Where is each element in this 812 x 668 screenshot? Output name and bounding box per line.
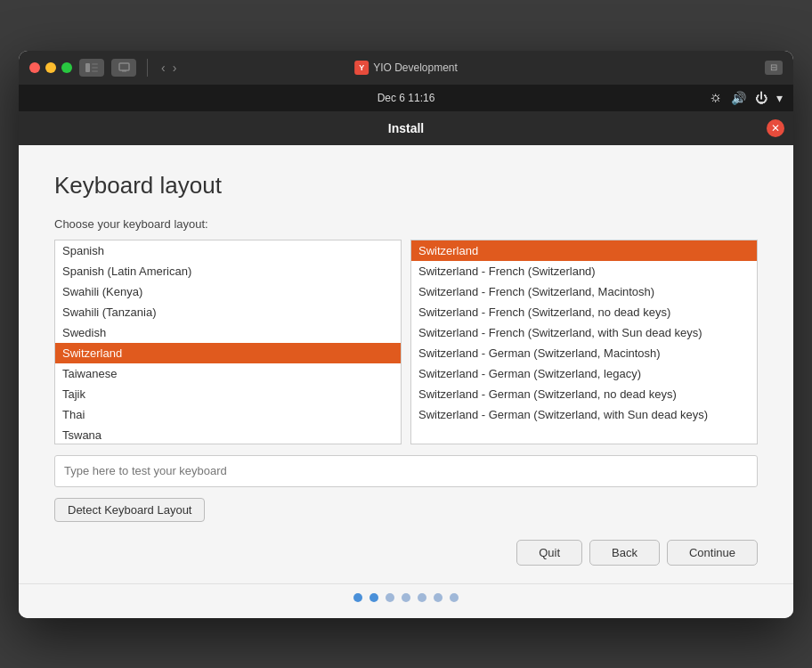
- screen-button[interactable]: [111, 59, 136, 77]
- list-item[interactable]: Swahili (Tanzania): [55, 302, 401, 322]
- list-item[interactable]: Tswana: [55, 425, 401, 444]
- quit-button[interactable]: Quit: [516, 540, 582, 566]
- svg-rect-5: [122, 70, 126, 72]
- app-icon: Y: [354, 61, 369, 75]
- variant-item[interactable]: Switzerland - German (Switzerland, legac…: [411, 363, 757, 384]
- list-item[interactable]: Swahili (Kenya): [55, 281, 401, 302]
- datetime-display: Dec 6 11:16: [378, 92, 435, 104]
- titlebar: ‹ › Y YIO Development ⊟: [19, 51, 793, 85]
- variant-list[interactable]: Switzerland Switzerland - French (Switze…: [410, 240, 758, 444]
- install-title: Install: [388, 121, 424, 135]
- variant-item[interactable]: Switzerland - French (Switzerland, no de…: [411, 302, 757, 322]
- list-item[interactable]: Thai: [55, 404, 401, 425]
- maximize-button[interactable]: [61, 62, 72, 73]
- list-item[interactable]: Spanish: [55, 240, 401, 261]
- pagination-dot-1: [353, 593, 362, 602]
- main-content: Keyboard layout Choose your keyboard lay…: [19, 145, 793, 583]
- list-item-selected[interactable]: Switzerland: [55, 343, 401, 363]
- network-icon: ⛭: [710, 91, 722, 105]
- power-icon: ⏻: [755, 91, 767, 105]
- page-title: Keyboard layout: [54, 172, 758, 200]
- svg-rect-0: [85, 63, 90, 72]
- sidebar-toggle-button[interactable]: [79, 59, 104, 77]
- variant-item[interactable]: Switzerland - French (Switzerland, Macin…: [411, 281, 757, 302]
- choose-label: Choose your keyboard layout:: [54, 217, 758, 231]
- pagination-dot-3: [386, 593, 394, 602]
- main-window: ‹ › Y YIO Development ⊟ Dec 6 11:16 ⛭ 🔊 …: [19, 51, 793, 618]
- close-button[interactable]: [29, 62, 40, 73]
- list-item[interactable]: Tajik: [55, 384, 401, 404]
- back-button[interactable]: Back: [589, 540, 660, 566]
- pagination-dot-5: [418, 593, 426, 602]
- svg-rect-4: [119, 63, 129, 70]
- volume-icon: 🔊: [731, 91, 746, 105]
- minimize-button[interactable]: [45, 62, 56, 73]
- variant-item[interactable]: Switzerland - French (Switzerland, with …: [411, 322, 757, 343]
- keyboard-test-input[interactable]: [54, 455, 758, 487]
- install-close-button[interactable]: ✕: [767, 119, 784, 137]
- variant-item[interactable]: Switzerland - French (Switzerland): [411, 261, 757, 281]
- pagination-dot-2: [369, 593, 378, 602]
- forward-nav-button[interactable]: ›: [170, 61, 180, 75]
- menu-arrow-icon: ▾: [776, 91, 783, 105]
- system-bar: Dec 6 11:16 ⛭ 🔊 ⏻ ▾: [19, 85, 793, 111]
- language-list[interactable]: Spanish Spanish (Latin American) Swahili…: [54, 240, 402, 444]
- svg-rect-3: [92, 70, 98, 72]
- svg-rect-2: [92, 67, 98, 69]
- footer-buttons: Quit Back Continue: [54, 540, 758, 566]
- pagination-dot-7: [450, 593, 459, 602]
- window-title: Y YIO Development: [354, 61, 458, 75]
- variant-item[interactable]: Switzerland - German (Switzerland, no de…: [411, 384, 757, 404]
- variant-item[interactable]: Switzerland - German (Switzerland, with …: [411, 404, 757, 425]
- system-tray: ⛭ 🔊 ⏻ ▾: [710, 91, 783, 105]
- keyboard-lists: Spanish Spanish (Latin American) Swahili…: [54, 240, 758, 444]
- toolbar-separator: [147, 59, 148, 77]
- detect-keyboard-button[interactable]: Detect Keyboard Layout: [54, 498, 205, 522]
- variant-item[interactable]: Switzerland - German (Switzerland, Macin…: [411, 343, 757, 363]
- continue-button[interactable]: Continue: [667, 540, 758, 566]
- install-header: Install ✕: [19, 111, 793, 145]
- pagination-dot-4: [402, 593, 410, 602]
- window-control-button[interactable]: ⊟: [765, 61, 783, 75]
- pagination: [19, 583, 793, 618]
- back-nav-button[interactable]: ‹: [158, 61, 168, 75]
- list-item[interactable]: Swedish: [55, 322, 401, 343]
- variant-item-selected[interactable]: Switzerland: [411, 240, 757, 261]
- nav-buttons: ‹ ›: [158, 61, 179, 75]
- list-item[interactable]: Taiwanese: [55, 363, 401, 384]
- pagination-dot-6: [434, 593, 443, 602]
- traffic-lights: [29, 62, 72, 73]
- svg-rect-1: [92, 63, 98, 65]
- list-item[interactable]: Spanish (Latin American): [55, 261, 401, 281]
